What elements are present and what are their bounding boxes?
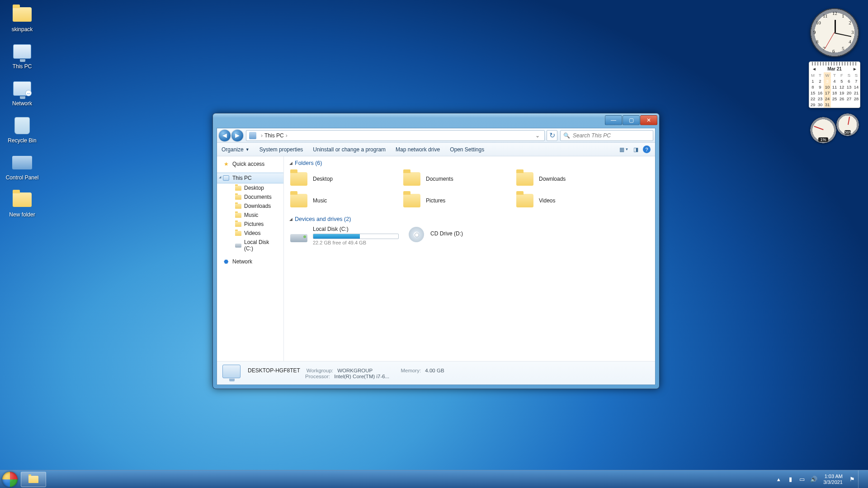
group-header-drives[interactable]: ◢Devices and drives (2) [289, 216, 650, 222]
drive-free-space: 22.2 GB free of 49.4 GB [313, 240, 399, 245]
forward-button[interactable]: ► [231, 130, 243, 141]
folder-icon [11, 189, 33, 211]
breadcrumb-location[interactable]: This PC [264, 132, 284, 139]
network-tray-icon[interactable]: ▭ [797, 475, 807, 484]
collapse-icon: ◢ [289, 217, 292, 221]
cpu-gauge: 1% [810, 117, 836, 143]
breadcrumb[interactable]: › This PC › ⌄ [246, 130, 545, 141]
nav-this-pc[interactable]: This PC [217, 173, 283, 183]
details-hostname: DESKTOP-HGF8TET [248, 367, 300, 374]
system-properties-button[interactable]: System properties [259, 146, 303, 153]
folder-item-documents[interactable]: Documents [402, 169, 488, 189]
calendar-title: Mar 21 [827, 66, 842, 71]
folder-label: Downloads [539, 176, 566, 182]
desktop-icon-skinpack[interactable]: skinpack [5, 4, 40, 33]
folder-label: Pictures [426, 197, 445, 204]
desktop-icon-recycle-bin[interactable]: Recycle Bin [5, 115, 40, 144]
explorer-window: — ▢ ✕ ◄ ► › This PC › ⌄ ↻ 🔍 [212, 113, 660, 389]
volume-icon[interactable]: 🔊 [809, 475, 818, 484]
folder-item-music[interactable]: Music [289, 191, 375, 211]
group-header-folders[interactable]: ◢Folders (6) [289, 160, 650, 166]
nav-child-videos[interactable]: Videos [217, 229, 283, 238]
drive-icon [235, 242, 241, 249]
search-box[interactable]: 🔍 [560, 130, 653, 141]
nav-child-music[interactable]: Music [217, 211, 283, 220]
minimize-button[interactable]: — [605, 115, 622, 125]
desktop-icon-label: Recycle Bin [8, 137, 36, 144]
search-input[interactable] [573, 132, 650, 139]
drive-local-c[interactable]: Local Disk (C:) 22.2 GB free of 49.4 GB [289, 226, 402, 245]
maximize-button[interactable]: ▢ [623, 115, 640, 125]
command-bar: Organize▼ System properties Uninstall or… [217, 143, 655, 156]
clock-gadget[interactable]: 121234567891011 [810, 8, 859, 57]
folder-icon [235, 221, 241, 227]
uninstall-program-button[interactable]: Uninstall or change a program [313, 146, 386, 153]
preview-pane-icon[interactable]: ◨ [631, 145, 640, 154]
ram-gauge: 36% [836, 113, 859, 136]
map-network-drive-button[interactable]: Map network drive [396, 146, 440, 153]
start-button[interactable] [0, 470, 20, 488]
taskbar: ▴ ▮ ▭ 🔊 1:03 AM 3/3/2021 ⚑ [0, 470, 868, 488]
open-settings-button[interactable]: Open Settings [450, 146, 484, 153]
details-memory-label: Memory: [392, 368, 421, 373]
nav-child-pictures[interactable]: Pictures [217, 220, 283, 229]
folder-label: Desktop [313, 176, 333, 182]
drive-cd-d[interactable]: CD Drive (D:) [407, 226, 520, 245]
folder-item-desktop[interactable]: Desktop [289, 169, 375, 189]
show-hidden-icons-icon[interactable]: ▴ [774, 475, 783, 484]
view-options-icon[interactable]: ▦▼ [619, 145, 628, 154]
taskbar-item-explorer[interactable] [21, 472, 46, 487]
cpu-meter-gadget[interactable]: 1% 36% [810, 113, 859, 146]
nav-quick-access[interactable]: ★Quick access [217, 159, 283, 169]
collapse-icon: ◢ [289, 161, 292, 165]
desktop-icon-this-pc[interactable]: This PC [5, 41, 40, 70]
action-center-icon[interactable]: ⚑ [848, 475, 857, 484]
search-icon: 🔍 [563, 132, 570, 139]
drive-usage-bar [313, 234, 399, 239]
drive-name: CD Drive (D:) [430, 230, 463, 237]
help-icon[interactable]: ? [643, 145, 651, 153]
details-memory: 4.00 GB [425, 368, 444, 373]
back-button[interactable]: ◄ [219, 130, 231, 141]
folder-item-videos[interactable]: Videos [515, 191, 601, 211]
desktop-icon-label: Network [12, 100, 32, 107]
folder-icon [235, 185, 241, 191]
navigation-pane: ★Quick access This PC DesktopDocumentsDo… [217, 156, 284, 361]
folder-item-pictures[interactable]: Pictures [402, 191, 488, 211]
desktop-icon-control-panel[interactable]: Control Panel [5, 152, 40, 181]
windows-logo-icon [2, 472, 18, 487]
calendar-gadget[interactable]: ◄ Mar 21 ► MTWTFSS1234567891011121314151… [809, 61, 860, 108]
desktop-icon-grid: skinpack This PC ↔ Network Recycle Bin C… [5, 4, 50, 226]
folder-label: Documents [426, 176, 453, 182]
computer-icon [11, 41, 33, 62]
desktop-icon-new-folder[interactable]: New folder [5, 189, 40, 218]
folder-item-downloads[interactable]: Downloads [515, 169, 601, 189]
content-pane: ◢Folders (6) DesktopDocumentsDownloadsMu… [284, 156, 655, 361]
tray-clock[interactable]: 1:03 AM 3/3/2021 [823, 474, 843, 485]
details-workgroup-label: Workgroup: [304, 368, 333, 373]
chevron-right-icon[interactable]: › [286, 132, 288, 139]
nav-child-desktop[interactable]: Desktop [217, 183, 283, 192]
chevron-right-icon[interactable]: › [261, 132, 263, 139]
computer-icon [222, 174, 230, 182]
close-button[interactable]: ✕ [640, 115, 657, 125]
organize-menu[interactable]: Organize▼ [222, 146, 250, 153]
nav-child-local-disk-c-[interactable]: Local Disk (C:) [217, 238, 283, 253]
cpu-gauge-label: 1% [818, 137, 828, 142]
battery-icon[interactable]: ▮ [786, 475, 795, 484]
calendar-prev-icon[interactable]: ◄ [812, 66, 816, 71]
details-pane: DESKTOP-HGF8TET Workgroup: WORKGROUP Mem… [217, 361, 655, 385]
desktop-icon-label: This PC [13, 63, 32, 70]
computer-icon [222, 365, 241, 382]
show-desktop-button[interactable] [858, 470, 864, 488]
breadcrumb-dropdown-icon[interactable]: ⌄ [533, 132, 542, 139]
calendar-next-icon[interactable]: ► [853, 66, 857, 71]
folder-icon [289, 192, 308, 210]
refresh-button[interactable]: ↻ [547, 130, 557, 141]
desktop-icon-network[interactable]: ↔ Network [5, 78, 40, 107]
nav-network[interactable]: ⬣Network [217, 257, 283, 267]
nav-child-documents[interactable]: Documents [217, 192, 283, 202]
network-icon: ⬣ [222, 258, 230, 265]
folder-label: Videos [539, 197, 555, 204]
nav-child-downloads[interactable]: Downloads [217, 202, 283, 211]
